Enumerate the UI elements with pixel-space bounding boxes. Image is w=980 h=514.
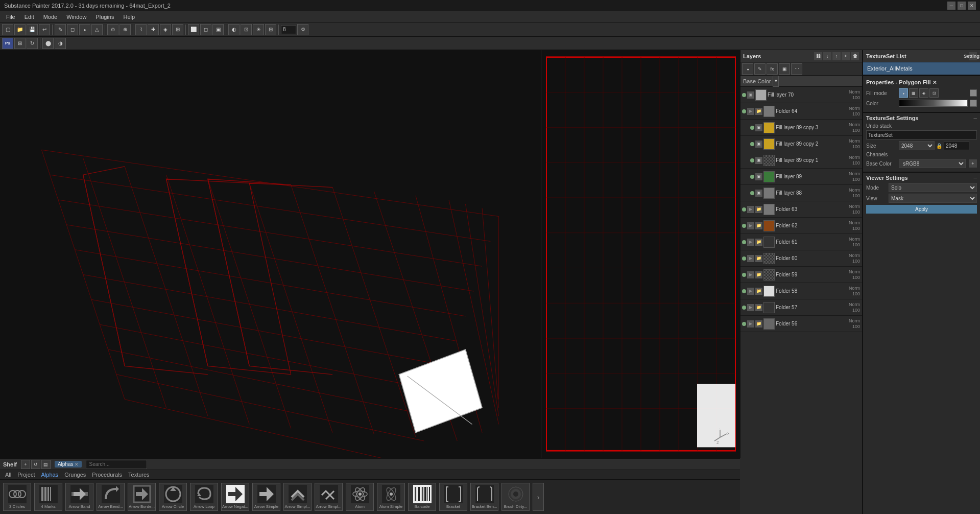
layer-row-folder63[interactable]: ▶ 📁 Folder 63 Norm100: [740, 201, 862, 218]
textureset-item[interactable]: Exterior_AllMetals: [863, 62, 980, 75]
shelf-item-arrownegat[interactable]: Arrow Negat...: [221, 483, 249, 511]
color-gradient-bar[interactable]: [899, 100, 968, 107]
shelf-nav-alphas[interactable]: Alphas: [39, 471, 60, 478]
layers-add-btn[interactable]: +: [842, 52, 850, 60]
shelf-filter[interactable]: ▤: [41, 460, 51, 469]
layer-folder-arrow-61[interactable]: ▶: [747, 239, 754, 246]
brush-tool[interactable]: ⌇: [135, 24, 147, 35]
close-button[interactable]: ✕: [968, 2, 976, 10]
viewer-view-select[interactable]: Mask Base Color: [889, 194, 977, 203]
shelf-nav-all[interactable]: All: [3, 471, 13, 478]
brush-size-input[interactable]: [281, 25, 296, 34]
ps-icon[interactable]: Ps: [2, 38, 13, 49]
shelf-nav-grunges[interactable]: Grunges: [62, 471, 88, 478]
fill-mode-normal[interactable]: ⊡: [929, 88, 939, 98]
ts-channels-select[interactable]: sRGB8: [899, 159, 966, 168]
shelf-alphas-tab[interactable]: Alphas ✕: [55, 461, 82, 468]
menu-file[interactable]: File: [2, 13, 19, 21]
layer-folder-arrow-57[interactable]: ▶: [747, 304, 754, 311]
layers-del-btn[interactable]: 🗑: [851, 52, 859, 60]
menu-edit[interactable]: Edit: [20, 13, 38, 21]
paint-button[interactable]: ✎: [55, 24, 66, 35]
layers-link-btn[interactable]: ⛓: [814, 52, 822, 60]
ts-texture-input[interactable]: [866, 130, 977, 139]
shelf-btn-2[interactable]: ↺: [31, 460, 40, 469]
layer-eye-fill88[interactable]: [750, 191, 754, 195]
layer-btn-1[interactable]: ⊞: [14, 38, 26, 49]
shelf-item-arrowborde[interactable]: Arrow Borde...: [128, 483, 156, 511]
ts-add-channel[interactable]: +: [969, 159, 977, 168]
add-fill-layer[interactable]: ⬥: [742, 63, 753, 75]
shelf-item-4marks[interactable]: 4 Marks: [34, 483, 62, 511]
shelf-tab-close[interactable]: ✕: [75, 462, 79, 467]
shelf-nav-textures[interactable]: Textures: [126, 471, 152, 478]
layer-eye-fill89c3[interactable]: [750, 126, 754, 130]
shelf-item-arrowbend[interactable]: Arrow Bend...: [97, 483, 125, 511]
picker-tool[interactable]: ✚: [148, 24, 159, 35]
viewer-apply-btn[interactable]: Apply: [866, 205, 977, 214]
layer-eye-fill70[interactable]: [742, 93, 746, 97]
layer-folder-arrow-63[interactable]: ▶: [747, 206, 754, 213]
layer-row-fill70[interactable]: ▣ Fill layer 70 Norm100: [740, 87, 862, 103]
layer-eye-fill89c2[interactable]: [750, 142, 754, 146]
add-mask[interactable]: ▣: [779, 63, 790, 75]
layer-btn-2[interactable]: ↻: [27, 38, 38, 49]
shelf-item-bracket[interactable]: Bracket: [439, 483, 467, 511]
shelf-item-3circles[interactable]: 3 Circles: [3, 483, 31, 511]
canvas-3d[interactable]: Mask: [0, 50, 540, 458]
shelf-search-input[interactable]: [86, 460, 147, 469]
layer-row-folder57[interactable]: ▶ 📁 Folder 57 Norm100: [740, 299, 862, 316]
layer-row-folder64[interactable]: ▶ 📁 Folder 64 Norm100: [740, 103, 862, 120]
erase-button[interactable]: ◻: [67, 24, 78, 35]
base-color-dropdown[interactable]: ▼: [773, 76, 779, 87]
view-camera[interactable]: ⊡: [241, 24, 252, 35]
menu-plugins[interactable]: Plugins: [91, 13, 118, 21]
view-2d[interactable]: ⬜: [188, 24, 199, 35]
shelf-item-arrowloop[interactable]: Arrow Loop: [190, 483, 218, 511]
shelf-item-atomsimple[interactable]: Atom Simple: [377, 483, 405, 511]
props-close[interactable]: ✕: [933, 80, 937, 85]
shelf-item-arrowsimpl2[interactable]: Arrow Simpl...: [283, 483, 312, 511]
restore-button[interactable]: □: [958, 2, 966, 10]
color-swatch-end2[interactable]: [970, 100, 977, 107]
view-3d[interactable]: ◻: [200, 24, 211, 35]
shelf-item-bracketben[interactable]: Bracket Ben...: [470, 483, 498, 511]
shelf-nav-procedurals[interactable]: Procedurals: [90, 471, 124, 478]
layer-eye-folder58[interactable]: [742, 289, 746, 293]
layer-eye-folder56[interactable]: [742, 322, 746, 326]
shelf-item-brushdirty[interactable]: Brush Dirty...: [501, 483, 530, 511]
layer-eye-folder59[interactable]: [742, 273, 746, 277]
shelf-item-arrowcircle[interactable]: Arrow Circle: [159, 483, 187, 511]
select-tool[interactable]: ◈: [160, 24, 171, 35]
layer-row-fill89c2[interactable]: ▣ Fill layer 89 copy 2 Norm100: [740, 136, 862, 152]
view-both[interactable]: ▣: [212, 24, 224, 35]
undo-button[interactable]: ↩: [39, 24, 50, 35]
layers-import-btn[interactable]: ↓: [823, 52, 831, 60]
layer-eye-folder64[interactable]: [742, 109, 746, 113]
view-env[interactable]: ◐: [228, 24, 240, 35]
menu-mode[interactable]: Mode: [39, 13, 62, 21]
env-btn[interactable]: ◑: [55, 38, 66, 49]
layer-row-folder62[interactable]: ▶ 📁 Folder 62 Norm100: [740, 218, 862, 234]
layer-row-fill88[interactable]: ▣ Fill layer 88 Norm100: [740, 185, 862, 201]
layer-row-folder61[interactable]: ▶ 📁 Folder 61 Norm100: [740, 234, 862, 250]
layer-more[interactable]: ⋯: [791, 63, 802, 75]
color-btn[interactable]: ⬤: [42, 38, 54, 49]
shelf-item-atom[interactable]: Atom: [346, 483, 374, 511]
menu-window[interactable]: Window: [62, 13, 90, 21]
ts-settings-collapse[interactable]: ─: [974, 115, 977, 121]
clone-button[interactable]: ⊕: [119, 24, 131, 35]
shelf-more-button[interactable]: ›: [533, 483, 544, 511]
smudge-button[interactable]: ⊙: [107, 24, 118, 35]
layer-eye-folder60[interactable]: [742, 256, 746, 261]
minimize-button[interactable]: ─: [947, 2, 955, 10]
layer-eye-folder61[interactable]: [742, 240, 746, 244]
layer-row-folder60[interactable]: ▶ 📁 Folder 60 Norm100: [740, 250, 862, 267]
layer-row-folder59[interactable]: ▶ 📁 Folder 59 Norm100: [740, 267, 862, 283]
layer-folder-arrow-60[interactable]: ▶: [747, 255, 754, 262]
viewer-settings-collapse[interactable]: ─: [974, 175, 977, 180]
new-button[interactable]: ▢: [2, 24, 13, 35]
transform-tool[interactable]: ⊞: [172, 24, 183, 35]
viewport-3d[interactable]: Mask: [0, 50, 541, 458]
view-light[interactable]: ☀: [253, 24, 264, 35]
